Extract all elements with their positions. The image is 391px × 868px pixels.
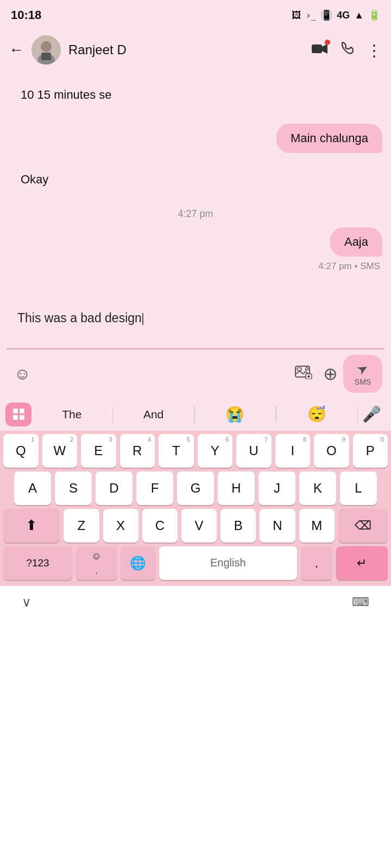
battery-icon: 🔋 [368, 9, 380, 21]
period-key[interactable]: . [301, 546, 332, 580]
key-l[interactable]: L [340, 471, 377, 505]
attach-image-button[interactable] [289, 361, 318, 386]
key-u[interactable]: 7U [236, 434, 272, 468]
emoji-button[interactable]: ☺ [9, 361, 36, 386]
svg-rect-7 [297, 368, 301, 371]
svg-point-8 [306, 368, 308, 371]
network-4g: 4G [337, 10, 350, 21]
key-a[interactable]: A [14, 471, 51, 505]
back-button[interactable]: ← [9, 41, 24, 59]
key-row-3: ⬆ Z X C V B N M ⌫ [3, 509, 388, 542]
keyboard: The And 😭 😴 🎤 1Q 2W 3E 4R 5T 6Y 7U 8I 9O… [0, 398, 391, 586]
input-area: This was a bad design ☺ ⊕ ➤ SMS [0, 299, 391, 398]
key-i[interactable]: 8I [275, 434, 311, 468]
avatar[interactable] [31, 35, 61, 65]
key-row-4: ?123 ☺ , 🌐 English . ↵ [3, 546, 388, 580]
video-badge [325, 40, 330, 45]
status-icons: 🖼 ›_ 📳 4G ▲ 🔋 [292, 9, 380, 21]
key-r[interactable]: 4R [120, 434, 155, 468]
suggestion-emoji-cry[interactable]: 😭 [195, 403, 276, 425]
globe-key[interactable]: 🌐 [121, 546, 155, 580]
signal-icon: ▲ [354, 10, 364, 21]
status-bar: 10:18 🖼 ›_ 📳 4G ▲ 🔋 [0, 0, 391, 28]
key-m[interactable]: M [299, 509, 335, 542]
message-left-1: 10 15 minutes se [9, 80, 382, 114]
enter-key[interactable]: ↵ [336, 546, 388, 580]
status-time: 10:18 [11, 8, 41, 22]
bubble-left-3: Okay [9, 165, 60, 194]
svg-rect-3 [41, 53, 51, 60]
message-input-text[interactable]: This was a bad design [17, 309, 374, 336]
key-v[interactable]: V [181, 509, 217, 542]
timestamp-1: 4:27 pm [9, 208, 382, 220]
keyboard-icon[interactable]: ⌨ [352, 595, 369, 609]
bubble-right-5: Aaja [330, 227, 382, 257]
cursor [142, 313, 143, 325]
video-call-button[interactable] [312, 42, 328, 59]
key-t[interactable]: 5T [159, 434, 194, 468]
symbols-key[interactable]: ?123 [3, 546, 72, 580]
key-w[interactable]: 2W [42, 434, 78, 468]
svg-rect-4 [312, 44, 322, 53]
key-c[interactable]: C [142, 509, 178, 542]
key-e[interactable]: 3E [81, 434, 116, 468]
key-s[interactable]: S [55, 471, 92, 505]
screenshot-icon: 🖼 [292, 10, 301, 21]
svg-point-1 [41, 41, 52, 52]
key-row-2: A S D F G H J K L [3, 471, 388, 505]
backspace-key[interactable]: ⌫ [338, 509, 388, 542]
key-b[interactable]: B [220, 509, 256, 542]
key-g[interactable]: G [177, 471, 214, 505]
header-actions: ⋮ [312, 41, 382, 60]
key-x[interactable]: X [103, 509, 138, 542]
more-options-button[interactable]: ⋮ [366, 41, 382, 60]
suggestion-and[interactable]: And [113, 406, 194, 423]
input-toolbar: ☺ ⊕ ➤ SMS [0, 349, 391, 398]
message-input-box[interactable]: This was a bad design [7, 299, 384, 343]
key-n[interactable]: N [260, 509, 295, 542]
key-k[interactable]: K [299, 471, 336, 505]
bottom-nav: ∨ ⌨ [0, 586, 391, 618]
space-key[interactable]: English [159, 546, 297, 580]
bubble-right-2: Main chalunga [276, 124, 382, 153]
key-p[interactable]: 0P [353, 434, 388, 468]
sms-time-label: 4:27 pm • SMS [9, 261, 382, 272]
vibrate-icon: 📳 [320, 9, 332, 21]
microphone-button[interactable]: 🎤 [358, 405, 386, 423]
keyboard-suggestions: The And 😭 😴 🎤 [0, 398, 391, 431]
suggestion-the[interactable]: The [31, 406, 112, 423]
bubble-left-1: 10 15 minutes se [9, 80, 124, 110]
suggestion-apps-button[interactable] [5, 403, 31, 426]
send-icon: ➤ [354, 359, 371, 378]
key-z[interactable]: Z [64, 509, 99, 542]
message-right-2: Main chalunga [9, 124, 382, 153]
shift-key[interactable]: ⬆ [3, 509, 60, 542]
sms-send-button[interactable]: ➤ SMS [343, 355, 382, 393]
add-button[interactable]: ⊕ [318, 360, 343, 387]
emoji-comma-key[interactable]: ☺ , [76, 546, 117, 580]
chat-area: 10 15 minutes se Main chalunga Okay 4:27… [0, 72, 391, 299]
terminal-icon: ›_ [306, 10, 316, 21]
suggestion-emoji-sleepy[interactable]: 😴 [276, 403, 357, 425]
send-label: SMS [355, 378, 371, 386]
key-d[interactable]: D [96, 471, 133, 505]
svg-marker-5 [322, 44, 327, 54]
keyboard-keys: 1Q 2W 3E 4R 5T 6Y 7U 8I 9O 0P A S D F G … [0, 431, 391, 586]
key-o[interactable]: 9O [314, 434, 349, 468]
key-y[interactable]: 6Y [198, 434, 233, 468]
phone-call-button[interactable] [340, 41, 354, 59]
contact-name[interactable]: Ranjeet D [68, 42, 304, 58]
chat-header: ← Ranjeet D ⋮ [0, 28, 391, 72]
key-h[interactable]: H [218, 471, 255, 505]
key-j[interactable]: J [258, 471, 295, 505]
message-right-5: Aaja [9, 227, 382, 257]
message-left-3: Okay [9, 165, 382, 199]
key-q[interactable]: 1Q [3, 434, 39, 468]
key-row-1: 1Q 2W 3E 4R 5T 6Y 7U 8I 9O 0P [3, 434, 388, 468]
keyboard-hide-button[interactable]: ∨ [22, 595, 31, 610]
key-f[interactable]: F [136, 471, 173, 505]
